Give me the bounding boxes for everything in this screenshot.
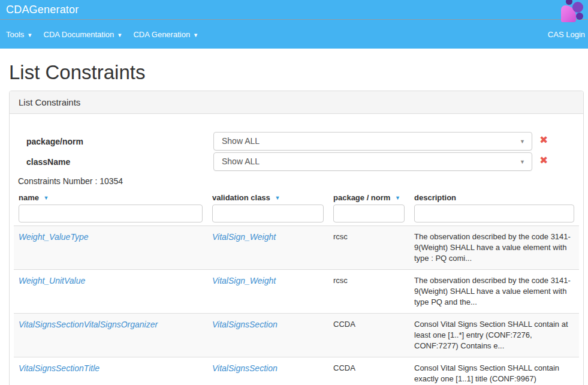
sort-desc-icon: ▼ xyxy=(395,195,400,201)
list-constraints-panel: List Constraints package/norm Show ALL ▼… xyxy=(9,91,584,385)
navbar-right-group: CAS Login xyxy=(542,20,588,49)
table-row: VitalSignsSectionVitalSignsOrganizer Vit… xyxy=(14,314,579,357)
package-cell: rcsc xyxy=(328,226,409,270)
description-filter-input[interactable] xyxy=(414,204,574,222)
nav-item-tools[interactable]: Tools ▾ xyxy=(0,20,38,49)
logo-dot-icon xyxy=(572,2,583,13)
logo-dot-icon xyxy=(576,13,583,20)
navbar-left-group: Tools ▾ CDA Documentation ▾ CDA Generati… xyxy=(0,20,203,49)
top-brand-bar: CDAGenerator xyxy=(0,0,588,20)
column-header-name[interactable]: name ▼ xyxy=(14,191,207,203)
package-norm-label: package/norm xyxy=(14,132,213,146)
classname-label: className xyxy=(14,152,213,167)
validation-class-link[interactable]: VitalSignsSection xyxy=(212,320,278,329)
table-row: VitalSignsSectionTitle VitalSignsSection… xyxy=(14,357,579,385)
column-header-label: package / norm xyxy=(333,193,390,202)
table-row: Weight_ValueType VitalSign_Weight rcsc T… xyxy=(14,226,579,270)
constraint-name-link[interactable]: Weight_ValueType xyxy=(19,232,88,242)
constraint-name-link[interactable]: VitalSignsSectionVitalSignsOrganizer xyxy=(19,320,158,329)
constraint-name-link[interactable]: Weight_UnitValue xyxy=(19,276,85,285)
nav-item-cda-generation[interactable]: CDA Generation ▾ xyxy=(127,20,203,49)
main-navbar: Tools ▾ CDA Documentation ▾ CDA Generati… xyxy=(0,20,588,49)
chevron-down-icon: ▾ xyxy=(194,31,198,38)
description-cell: The observation described by the code 31… xyxy=(409,226,579,270)
column-header-validation-class[interactable]: validation class ▼ xyxy=(207,191,328,203)
nav-item-label: CDA Generation xyxy=(133,30,190,39)
sort-desc-icon: ▼ xyxy=(44,195,49,201)
description-cell: Consol Vital Signs Section SHALL contain… xyxy=(409,314,579,357)
panel-body: package/norm Show ALL ▼ ✖ className Show… xyxy=(10,114,583,385)
classname-select-value: Show ALL xyxy=(222,157,260,166)
filter-row-package-norm: package/norm Show ALL ▼ ✖ xyxy=(14,132,579,151)
nav-item-cda-documentation[interactable]: CDA Documentation ▾ xyxy=(38,20,128,49)
package-norm-filter-input[interactable] xyxy=(333,204,405,222)
clear-icon: ✖ xyxy=(539,154,548,166)
package-cell: CCDA xyxy=(328,357,409,385)
package-norm-select[interactable]: Show ALL ▼ xyxy=(213,132,532,151)
package-norm-select-value: Show ALL xyxy=(222,136,260,146)
nav-item-label: CDA Documentation xyxy=(44,30,114,39)
chevron-down-icon: ▼ xyxy=(520,138,525,144)
validation-class-link[interactable]: VitalSign_Weight xyxy=(212,276,276,285)
classname-select[interactable]: Show ALL ▼ xyxy=(213,152,532,171)
name-filter-input[interactable] xyxy=(19,204,203,222)
chevron-down-icon: ▾ xyxy=(28,31,32,38)
constraints-table: name ▼ validation class ▼ package / norm… xyxy=(14,191,579,385)
logo-dot-icon xyxy=(566,0,572,5)
panel-heading: List Constraints xyxy=(10,91,583,114)
validation-class-link[interactable]: VitalSign_Weight xyxy=(212,232,276,242)
constraint-name-link[interactable]: VitalSignsSectionTitle xyxy=(19,363,99,373)
column-header-package-norm[interactable]: package / norm ▼ xyxy=(328,191,409,203)
column-header-label: validation class xyxy=(212,193,270,202)
package-cell: CCDA xyxy=(328,314,409,357)
validation-class-filter-input[interactable] xyxy=(212,204,324,222)
table-header-row: name ▼ validation class ▼ package / norm… xyxy=(14,191,579,203)
page-title: List Constraints xyxy=(9,61,584,84)
description-cell: The observation described by the code 31… xyxy=(409,270,579,314)
clear-icon: ✖ xyxy=(539,134,548,146)
filter-row-classname: className Show ALL ▼ ✖ xyxy=(14,152,579,171)
table-filter-row xyxy=(14,203,579,226)
app-logo xyxy=(560,0,588,24)
table-row: Weight_UnitValue VitalSign_Weight rcsc T… xyxy=(14,270,579,314)
column-header-label: description xyxy=(414,193,456,202)
page-content: List Constraints List Constraints packag… xyxy=(0,61,588,385)
clear-classname-button[interactable]: ✖ xyxy=(539,155,548,166)
constraints-count: Constraints Number : 10354 xyxy=(18,176,579,186)
column-header-description: description xyxy=(409,191,579,203)
column-header-label: name xyxy=(19,193,39,202)
description-cell: Consol Vital Signs Section SHALL contain… xyxy=(409,357,579,385)
sort-desc-icon: ▼ xyxy=(275,195,280,201)
nav-item-label: Tools xyxy=(6,30,24,39)
chevron-down-icon: ▼ xyxy=(520,158,525,164)
validation-class-link[interactable]: VitalSignsSection xyxy=(212,363,278,373)
cas-login-link[interactable]: CAS Login xyxy=(542,20,588,49)
chevron-down-icon: ▾ xyxy=(118,31,122,38)
brand-link[interactable]: CDAGenerator xyxy=(0,4,79,16)
clear-package-norm-button[interactable]: ✖ xyxy=(539,135,548,145)
package-cell: rcsc xyxy=(328,270,409,314)
